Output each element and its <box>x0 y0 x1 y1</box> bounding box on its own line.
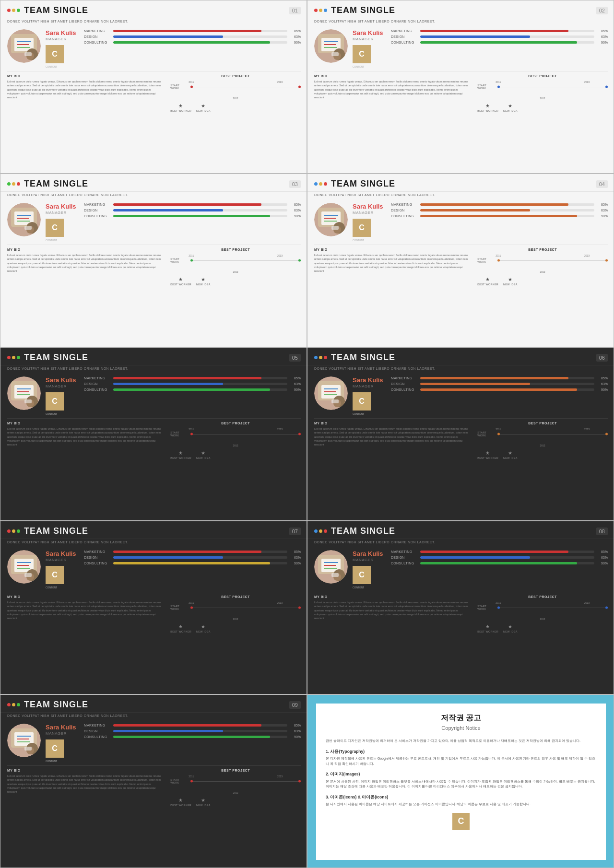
divider <box>314 592 608 592</box>
skill-bar-fill <box>113 551 261 553</box>
skill-pct: 90% <box>290 562 301 565</box>
timeline-dot-end <box>298 86 301 88</box>
subtitle-bar: DONEC VOLITPAT NIBH SIT AMET LIBERO ORNA… <box>0 18 307 25</box>
logo-badge: C <box>46 392 64 411</box>
skill-pct: 90% <box>290 41 301 44</box>
year-labels: 2011 2013 <box>477 428 608 431</box>
profile-name: Sara Kulis <box>46 29 79 36</box>
year-middle: 2012 <box>540 97 545 100</box>
skill-row: CONSULTING 90% <box>391 214 608 218</box>
best-project-heading: BEST PROJECT <box>477 248 608 251</box>
profile-role: Manager <box>353 211 386 215</box>
subtitle-bar: DONEC VOLITPAT NIBH SIT AMET LIBERO ORNA… <box>307 539 614 546</box>
award-item: ★ NEW IDEA <box>503 277 518 286</box>
svg-rect-17 <box>331 52 339 56</box>
best-project-section: BEST PROJECT 2011 2013 START WORK <box>477 248 608 345</box>
timeline-label: START WORK <box>477 84 496 90</box>
awards-row: ★ BEST WORKER ★ NEW IDEA <box>170 798 301 807</box>
best-project-heading: BEST PROJECT <box>477 422 608 425</box>
award-icon: ★ <box>178 277 183 282</box>
skill-bar-fill <box>113 215 270 217</box>
skill-row: MARKETING 85% <box>391 29 608 33</box>
award-item: ★ NEW IDEA <box>503 103 518 112</box>
divider <box>7 245 301 245</box>
bio-text: Lid est laborum dolo rumes fugats untras… <box>314 427 471 446</box>
year-middle: 2012 <box>233 270 238 273</box>
skill-pct: 90% <box>290 388 301 391</box>
team-slide-7: TEAM SINGLE 07 DONEC VOLITPAT NIBH SIT A… <box>0 521 307 694</box>
subtitle-bar: DONEC VOLITPAT NIBH SIT AMET LIBERO ORNA… <box>0 365 307 373</box>
award-icon: ★ <box>201 277 205 282</box>
avatar <box>314 550 348 584</box>
skill-row: MARKETING 85% <box>84 203 301 206</box>
subtitle-bar: DONEC VOLITPAT NIBH SIT AMET LIBERO ORNA… <box>307 365 614 373</box>
year-middle-wrap: 2012 <box>477 93 608 101</box>
skill-bar-bg <box>420 551 594 553</box>
timeline-dot-end <box>605 433 608 435</box>
award-label: NEW IDEA <box>196 457 211 459</box>
profile-info: Sara Kulis Manager C CONTENT <box>46 203 79 242</box>
skill-row: DESIGN 63% <box>84 35 301 38</box>
profile-role: Manager <box>46 731 79 736</box>
award-item: ★ BEST WORKER <box>170 798 191 807</box>
timeline-dot-start <box>190 780 193 783</box>
copyright-logo: C <box>452 813 470 830</box>
year-end: 2013 <box>277 601 283 604</box>
dots-icon <box>314 356 327 359</box>
slide-header: TEAM SINGLE 01 <box>0 0 307 18</box>
timeline-row: START WORK <box>477 258 608 263</box>
timeline-track-wrap <box>190 85 301 89</box>
awards-row: ★ BEST WORKER ★ NEW IDEA <box>170 277 301 286</box>
award-item: ★ BEST WORKER <box>477 277 498 286</box>
slide-number: 09 <box>289 701 301 709</box>
skill-row: MARKETING 85% <box>84 376 301 380</box>
best-project-heading: BEST PROJECT <box>477 74 608 78</box>
timeline-dot-end <box>605 607 608 609</box>
skill-label: MARKETING <box>391 29 417 33</box>
bio-section: MY BIO Lid est laborum dolo rumes fugats… <box>7 248 164 345</box>
timeline-row: START WORK <box>170 84 301 90</box>
year-start: 2011 <box>189 81 194 83</box>
timeline-row: START WORK <box>170 258 301 263</box>
slide-title: TEAM SINGLE <box>331 179 395 189</box>
awards-row: ★ BEST WORKER ★ NEW IDEA <box>477 277 608 286</box>
skill-label: DESIGN <box>84 556 110 559</box>
award-item: ★ NEW IDEA <box>196 277 211 286</box>
year-start: 2011 <box>496 601 501 604</box>
skill-row: MARKETING 85% <box>84 724 301 727</box>
bio-heading: MY BIO <box>7 595 164 598</box>
timeline-row: START WORK <box>477 84 608 90</box>
best-project-section: BEST PROJECT 2011 2013 START WORK <box>477 422 608 518</box>
timeline-dot-end <box>298 780 301 783</box>
year-middle-wrap: 2012 <box>170 787 301 796</box>
skill-pct: 85% <box>290 376 301 380</box>
best-project-heading: BEST PROJECT <box>170 74 301 78</box>
timeline-row: START WORK <box>477 431 608 437</box>
year-middle-wrap: 2012 <box>477 613 608 622</box>
award-label: BEST WORKER <box>477 283 498 286</box>
timeline-row: START WORK <box>170 431 301 437</box>
profile-role: Manager <box>46 37 79 41</box>
skill-row: DESIGN 63% <box>84 209 301 212</box>
timeline-track <box>190 87 301 87</box>
year-end: 2013 <box>277 81 283 83</box>
svg-rect-44 <box>24 399 32 403</box>
best-project-section: BEST PROJECT 2011 2013 START WORK <box>170 422 301 518</box>
team-slide-1: TEAM SINGLE 01 DONEC VOLITPAT NIBH SIT A… <box>0 0 307 174</box>
avatar-container <box>314 29 348 65</box>
dots-icon <box>7 9 20 12</box>
skill-pct: 63% <box>290 382 301 386</box>
awards-row: ★ BEST WORKER ★ NEW IDEA <box>170 624 301 633</box>
avatar-container <box>7 550 41 586</box>
skill-label: DESIGN <box>391 209 417 212</box>
award-label: NEW IDEA <box>503 283 518 286</box>
bio-section: MY BIO Lid est laborum dolo rumes fugats… <box>314 595 471 692</box>
dot-red <box>17 182 20 186</box>
award-item: ★ BEST WORKER <box>477 450 498 459</box>
timeline-row: START WORK <box>170 778 301 784</box>
skill-bar-bg <box>113 383 287 385</box>
dot-green <box>7 182 11 186</box>
skill-pct: 90% <box>290 214 301 218</box>
award-icon: ★ <box>508 450 512 456</box>
award-label: NEW IDEA <box>196 283 211 286</box>
